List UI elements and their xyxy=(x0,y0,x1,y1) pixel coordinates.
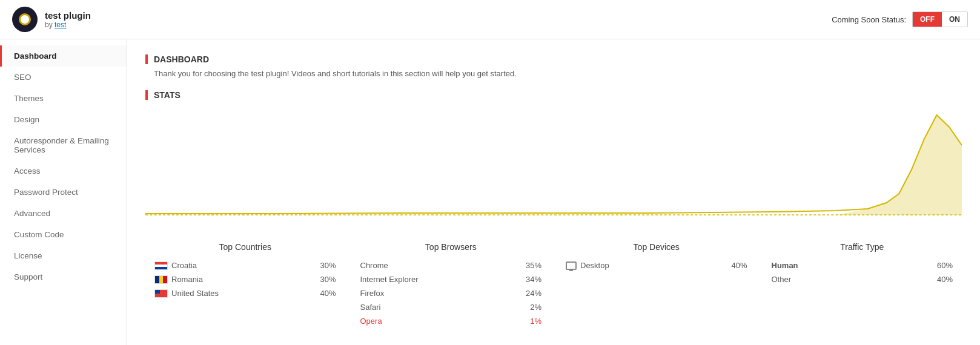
sidebar-item-advanced[interactable]: Advanced xyxy=(0,203,127,224)
traffic-row-other: Other 40% xyxy=(772,275,953,284)
browser-row-ie: Internet Explorer 34% xyxy=(360,275,542,284)
flag-us xyxy=(154,289,168,298)
stats-title: STATS xyxy=(145,90,962,100)
toggle-off-button[interactable]: OFF xyxy=(913,12,942,27)
country-name-us: United States xyxy=(171,289,219,298)
sidebar-item-autoresponder[interactable]: Autoresponder & Emailing Services xyxy=(0,130,127,160)
header: test plugin by test Coming Soon Status: … xyxy=(0,0,980,39)
country-row-us: United States 40% xyxy=(154,289,336,298)
browser-row-safari: Safari 2% xyxy=(360,303,542,312)
sidebar-item-custom-code[interactable]: Custom Code xyxy=(0,224,127,245)
sidebar-item-design[interactable]: Design xyxy=(0,109,127,130)
by-link[interactable]: test xyxy=(55,21,66,29)
sidebar-item-dashboard[interactable]: Dashboard xyxy=(0,45,127,67)
desktop-icon xyxy=(566,261,577,270)
chart-svg xyxy=(145,109,962,230)
toggle-on-button[interactable]: ON xyxy=(942,12,967,27)
sidebar-item-password-protect[interactable]: Password Protect xyxy=(0,182,127,203)
sidebar-item-seo[interactable]: SEO xyxy=(0,67,127,88)
coming-soon-label: Coming Soon Status: xyxy=(832,15,906,24)
sidebar-item-license[interactable]: License xyxy=(0,245,127,266)
device-row-desktop: Desktop 40% xyxy=(566,261,747,270)
sidebar-item-support[interactable]: Support xyxy=(0,266,127,288)
plugin-name: test plugin xyxy=(45,10,91,21)
sidebar-item-access[interactable]: Access xyxy=(0,160,127,182)
top-countries-title: Top Countries xyxy=(154,242,336,252)
stats-grid: Top Countries Croatia 30% Romania 30% xyxy=(145,242,962,330)
flag-romania xyxy=(154,275,168,284)
traffic-type-section: Traffic Type Human 60% Other 40% xyxy=(763,242,962,330)
browser-row-opera: Opera 1% xyxy=(360,317,542,326)
traffic-type-title: Traffic Type xyxy=(772,242,953,252)
logo xyxy=(12,7,38,32)
flag-croatia xyxy=(154,261,168,270)
top-browsers-section: Top Browsers Chrome 35% Internet Explore… xyxy=(351,242,551,330)
sidebar-item-themes[interactable]: Themes xyxy=(0,88,127,109)
dashboard-desc: Thank you for choosing the test plugin! … xyxy=(145,69,962,78)
country-pct-hr: 30% xyxy=(320,261,336,270)
country-pct-ro: 30% xyxy=(320,275,336,284)
by-line: by test xyxy=(45,21,91,29)
browser-row-chrome: Chrome 35% xyxy=(360,261,542,270)
country-name-ro: Romania xyxy=(171,275,203,284)
coming-soon-toggle[interactable]: OFF ON xyxy=(912,12,968,27)
top-devices-section: Top Devices Desktop 40% xyxy=(557,242,757,330)
svg-marker-1 xyxy=(836,115,962,215)
top-devices-title: Top Devices xyxy=(566,242,747,252)
header-right: Coming Soon Status: OFF ON xyxy=(832,12,968,27)
top-browsers-title: Top Browsers xyxy=(360,242,542,252)
main-content: DASHBOARD Thank you for choosing the tes… xyxy=(127,39,980,345)
country-pct-us: 40% xyxy=(320,289,336,298)
layout: Dashboard SEO Themes Design Autoresponde… xyxy=(0,39,980,345)
country-name-hr: Croatia xyxy=(171,261,197,270)
sidebar: Dashboard SEO Themes Design Autoresponde… xyxy=(0,39,127,345)
top-countries-section: Top Countries Croatia 30% Romania 30% xyxy=(145,242,345,330)
logo-inner xyxy=(19,13,31,25)
stats-chart xyxy=(145,109,962,230)
country-row-hr: Croatia 30% xyxy=(154,261,336,270)
traffic-row-human: Human 60% xyxy=(772,261,953,270)
brand: test plugin by test xyxy=(45,10,91,29)
country-row-ro: Romania 30% xyxy=(154,275,336,284)
dashboard-title: DASHBOARD xyxy=(145,54,962,64)
browser-row-firefox: Firefox 24% xyxy=(360,289,542,298)
